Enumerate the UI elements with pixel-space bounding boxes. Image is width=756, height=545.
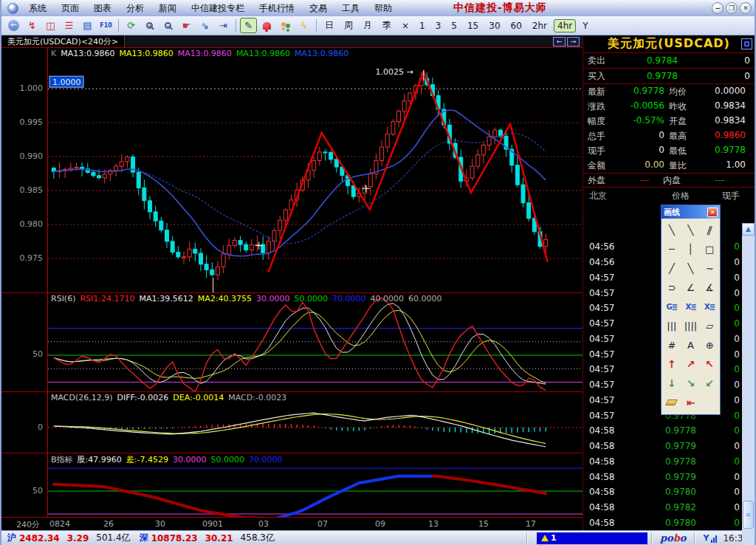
tick-row-18[interactable]: 04:580.97800 (583, 515, 742, 527)
f10-icon[interactable]: F10 (97, 18, 114, 33)
alarm-bell-icon[interactable] (258, 18, 275, 33)
channel-tool-icon[interactable]: ▱ (700, 316, 719, 335)
rectangle-tool-icon[interactable]: □ (700, 239, 719, 258)
period-button-1[interactable]: 1 (416, 19, 429, 32)
close-button[interactable]: ✕ (740, 2, 752, 14)
arrow-downleft-green-icon[interactable]: ↙ (700, 374, 719, 393)
period-button-Y[interactable]: Y (579, 19, 591, 32)
cycle-lines-icon[interactable]: ||| (662, 316, 681, 335)
period-button-5[interactable]: 5 (447, 19, 461, 32)
cycle-lines2-icon[interactable]: |||| (681, 316, 701, 335)
period-button-日[interactable]: 日 (321, 18, 337, 33)
segment-line2-icon[interactable]: ╲ (681, 258, 701, 278)
tab-scroll-left-button[interactable]: ← (553, 37, 566, 47)
drag-hand-icon[interactable]: ☛ (178, 18, 195, 33)
parallel-lines-icon[interactable]: ∥ (700, 220, 719, 239)
alert-badge[interactable]: 1 (537, 532, 647, 544)
fan-lines-icon[interactable]: ∡ (700, 278, 719, 297)
period-button-4hr[interactable]: 4hr (554, 19, 576, 32)
palette-close-icon[interactable]: ✕ (707, 208, 718, 217)
ray-line-icon[interactable]: ╲ (681, 220, 701, 239)
period-button-季[interactable]: 季 (379, 18, 395, 33)
globe-tool-icon[interactable]: ⊕ (700, 335, 719, 354)
text-tool-icon[interactable]: A (681, 335, 701, 354)
period-button-3[interactable]: 3 (432, 19, 445, 32)
tick-row-12[interactable]: 04:580.97780 (583, 423, 742, 439)
refresh-icon[interactable]: ⟳ (123, 18, 140, 33)
arc-tool-icon[interactable]: ⊃ (662, 278, 681, 297)
chart-tab-usdcad[interactable]: 美元加元(USDCAD)<240分> (1, 35, 125, 47)
b-indicator-pane[interactable]: 50 B指标股:47.9960差:-7.452930.000050.000070… (1, 453, 583, 517)
tick-row-16[interactable]: 04:580.97800 (583, 484, 742, 500)
quote-list-icon[interactable]: ☰ (61, 18, 78, 33)
menu-5[interactable]: 中信建投专栏 (184, 1, 252, 16)
menu-6[interactable]: 手机行情 (252, 1, 302, 16)
menu-8[interactable]: 工具 (334, 1, 367, 16)
goto-panel-icon[interactable]: ⇥ (215, 18, 232, 33)
fibonacci-lines-icon[interactable]: X≣ (700, 297, 719, 316)
draw-line-icon[interactable]: ✎ (240, 18, 257, 33)
menu-0[interactable]: 系统 (21, 1, 54, 16)
arrow-upleft-red-icon[interactable]: ↖ (700, 354, 719, 374)
kline-chart-icon[interactable]: ◫ (42, 18, 59, 33)
ruler-tool-icon[interactable]: # (662, 335, 681, 354)
menu-3[interactable]: 分析 (119, 1, 151, 16)
menu-9[interactable]: 帮助 (367, 1, 399, 16)
period-label: 240分 (16, 519, 40, 530)
candlestick-chart[interactable]: 1.0025 →0.9724 →1.0000 (48, 48, 585, 292)
tick-row-17[interactable]: 04:580.97820 (583, 500, 742, 515)
time-tick-26: 26 (103, 519, 114, 529)
rsi-chart[interactable] (48, 293, 585, 392)
list-scrollbar[interactable]: ▲ ▼ (742, 223, 755, 545)
restore-button[interactable]: ❐ (726, 2, 738, 14)
period-button-60[interactable]: 60 (507, 19, 526, 32)
gann-angle-icon[interactable]: ∠ (681, 278, 701, 297)
eraser-tool-icon[interactable] (662, 393, 681, 412)
menu-1[interactable]: 页面 (54, 1, 86, 16)
zoom-in-icon[interactable]: + (141, 18, 158, 33)
arrow-downright-green-icon[interactable]: ↘ (681, 374, 701, 393)
tick-row-14[interactable]: 04:580.97780 (583, 454, 742, 470)
tab-scroll-right-button[interactable]: → (567, 37, 580, 47)
minimize-button[interactable]: − (712, 2, 724, 14)
lightning-icon[interactable]: ϟ (295, 18, 312, 33)
scroll-up-icon[interactable]: ▲ (742, 223, 755, 236)
trend-line-icon[interactable]: ╲ (662, 220, 681, 239)
scrollbar-track[interactable] (742, 236, 755, 545)
page-forward-icon[interactable]: ⇘ (196, 18, 213, 33)
period-button-周[interactable]: 周 (340, 18, 357, 33)
wave-line-icon[interactable]: ∼ (700, 258, 719, 278)
percent-lines-icon[interactable]: X≣ (681, 297, 701, 316)
period-button-×[interactable]: × (398, 19, 413, 32)
segment-line-icon[interactable]: ╱ (662, 258, 681, 278)
tick-row-13[interactable]: 04:580.97790 (583, 439, 742, 454)
period-button-2hr[interactable]: 2hr (529, 19, 551, 32)
users-icon[interactable] (277, 18, 294, 33)
svg-text:1.0025 →: 1.0025 → (376, 67, 413, 77)
arrow-up-red-icon[interactable]: ↑ (662, 354, 681, 374)
arrow-upright-red-icon[interactable]: ↗ (681, 354, 701, 374)
arrow-down-green-icon[interactable]: ↓ (662, 374, 681, 393)
period-button-30[interactable]: 30 (485, 19, 504, 32)
macd-pane[interactable]: 0 MACD(26,12,9)DIFF:-0.0026DEA:-0.0014MA… (1, 391, 583, 453)
report-icon[interactable]: ▤ (79, 18, 96, 33)
gann-grid-icon[interactable]: G≣ (662, 297, 681, 316)
zoom-out-icon[interactable]: − (159, 18, 176, 33)
period-button-15[interactable]: 15 (464, 19, 482, 32)
line-chart-icon[interactable]: ↯ (24, 18, 41, 33)
clear-all-lines-icon[interactable]: ⇤ (681, 393, 701, 412)
app-icon[interactable] (7, 3, 18, 14)
tick-row-15[interactable]: 04:580.97790 (583, 469, 742, 484)
period-button-月[interactable]: 月 (360, 18, 376, 33)
menu-4[interactable]: 新闻 (151, 1, 184, 16)
scrollbar-thumb[interactable] (743, 501, 754, 529)
panel-restore-icon[interactable] (741, 38, 752, 49)
price-pane[interactable]: 1.0000.9950.9900.9850.9800.975 KMA13:0.9… (1, 48, 583, 292)
rsi-pane[interactable]: 50 RSI(6)RSI1:24.1710MA1:39.5612MA2:40.3… (1, 292, 583, 391)
vertical-line-icon[interactable]: │ (681, 239, 701, 258)
palette-title-bar[interactable]: 画线 ✕ (662, 205, 720, 219)
menu-2[interactable]: 图表 (86, 1, 119, 16)
horizontal-line-icon[interactable]: ─ (662, 239, 681, 258)
back-icon[interactable]: ← (5, 18, 22, 33)
menu-7[interactable]: 交易 (302, 1, 334, 16)
